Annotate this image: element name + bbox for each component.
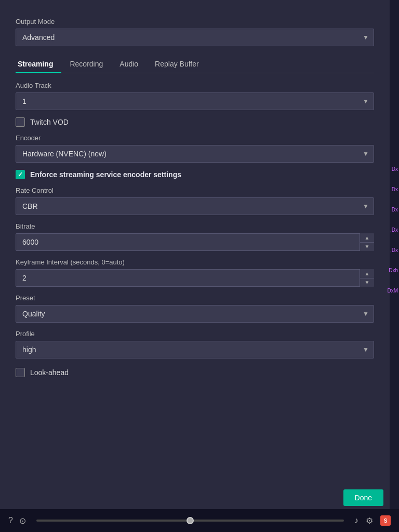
side-label-7: DxM xyxy=(379,288,399,294)
taskbar-right: ♪ ⚙ S xyxy=(354,515,391,526)
tab-streaming[interactable]: Streaming xyxy=(16,56,61,73)
done-button[interactable]: Done xyxy=(343,489,383,506)
look-ahead-label: Look-ahead xyxy=(30,368,69,377)
tab-recording[interactable]: Recording xyxy=(61,56,111,73)
audio-track-dropdown[interactable]: 1 ▼ xyxy=(16,92,374,110)
slider-thumb[interactable] xyxy=(187,517,194,524)
keyframe-input[interactable] xyxy=(16,269,374,287)
preset-label: Preset xyxy=(16,294,374,302)
preset-dropdown[interactable]: Quality ▼ xyxy=(16,305,374,323)
profile-select[interactable]: high xyxy=(16,341,374,358)
preset-select[interactable]: Quality xyxy=(16,305,374,323)
side-panel: Dx Dx Dx ,Dx ,Dx Dxh DxM xyxy=(379,166,399,294)
twitch-vod-label: Twitch VOD xyxy=(30,118,69,126)
keyframe-decrement-button[interactable]: ▼ xyxy=(360,278,374,287)
tab-audio[interactable]: Audio xyxy=(111,56,147,73)
bitrate-increment-button[interactable]: ▲ xyxy=(360,233,374,243)
camera-icon[interactable]: ⊙ xyxy=(19,516,26,526)
audio-track-select[interactable]: 1 xyxy=(16,92,374,110)
main-panel: Output Mode Advanced ▼ Streaming Recordi… xyxy=(0,0,390,509)
taskbar: ? ⊙ ♪ ⚙ S xyxy=(0,509,399,532)
output-mode-select[interactable]: Advanced xyxy=(16,29,374,46)
twitch-vod-checkbox[interactable] xyxy=(16,117,25,127)
tab-replay-buffer[interactable]: Replay Buffer xyxy=(147,56,207,73)
keyframe-arrows: ▲ ▼ xyxy=(360,269,374,287)
bitrate-arrows: ▲ ▼ xyxy=(360,233,374,251)
bitrate-spinbox[interactable]: ▲ ▼ xyxy=(16,233,374,251)
rate-control-dropdown[interactable]: CBR ▼ xyxy=(16,197,374,215)
output-mode-dropdown[interactable]: Advanced ▼ xyxy=(16,29,374,46)
enforce-encoder-label: Enforce streaming service encoder settin… xyxy=(30,170,181,179)
look-ahead-row: Look-ahead xyxy=(16,368,374,377)
output-mode-label: Output Mode xyxy=(16,18,374,25)
profile-label: Profile xyxy=(16,330,374,338)
encoder-dropdown[interactable]: Hardware (NVENC) (new) ▼ xyxy=(16,145,374,163)
encoder-label: Encoder xyxy=(16,134,374,142)
rate-control-select[interactable]: CBR xyxy=(16,197,374,215)
side-label-3: Dx xyxy=(379,207,399,212)
tabs-bar: Streaming Recording Audio Replay Buffer xyxy=(16,56,374,73)
keyframe-interval-label: Keyframe Interval (seconds, 0=auto) xyxy=(16,258,374,266)
slider-track[interactable] xyxy=(36,520,344,522)
volume-icon[interactable]: ♪ xyxy=(354,516,358,525)
help-icon[interactable]: ? xyxy=(8,516,13,525)
bitrate-input[interactable] xyxy=(16,233,374,251)
encoder-select[interactable]: Hardware (NVENC) (new) xyxy=(16,145,374,163)
audio-track-label: Audio Track xyxy=(16,82,374,89)
side-label-4: ,Dx xyxy=(379,227,399,233)
profile-dropdown[interactable]: high ▼ xyxy=(16,341,374,358)
enforce-encoder-checkbox[interactable] xyxy=(16,170,25,179)
side-label-1: Dx xyxy=(379,166,399,172)
enforce-encoder-row: Enforce streaming service encoder settin… xyxy=(16,170,374,179)
keyframe-increment-button[interactable]: ▲ xyxy=(360,269,374,278)
rate-control-label: Rate Control xyxy=(16,187,374,194)
side-label-5: ,Dx xyxy=(379,247,399,253)
twitch-vod-row: Twitch VOD xyxy=(16,117,374,127)
side-label-6: Dxh xyxy=(379,268,399,273)
look-ahead-checkbox[interactable] xyxy=(16,368,25,377)
keyframe-spinbox[interactable]: ▲ ▼ xyxy=(16,269,374,287)
record-button[interactable]: S xyxy=(380,515,391,526)
bitrate-label: Bitrate xyxy=(16,222,374,230)
bitrate-decrement-button[interactable]: ▼ xyxy=(360,243,374,251)
settings-icon[interactable]: ⚙ xyxy=(366,516,373,526)
side-label-2: Dx xyxy=(379,187,399,192)
